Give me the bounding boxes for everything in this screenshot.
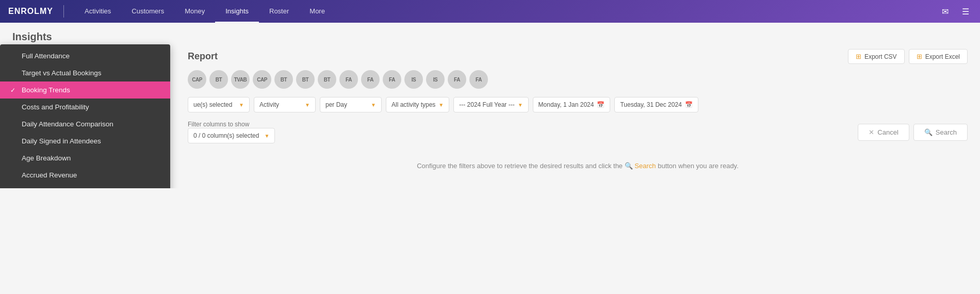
date-to-calendar-icon: 📅: [685, 101, 693, 108]
nav-item-insights[interactable]: Insights: [215, 0, 259, 23]
nav-item-roster[interactable]: Roster: [259, 0, 299, 23]
top-navigation: ENROLMY Activities Customers Money Insig…: [0, 0, 980, 23]
avatar-cap-2[interactable]: CAP: [253, 70, 271, 89]
report-area: Report ⊞ Export CSV ⊞ Export Excel CAP B…: [188, 49, 968, 180]
dropdown-item-daily-attendance[interactable]: Daily Attendance Comparison: [0, 116, 170, 133]
date-to-input[interactable]: Tuesday, 31 Dec 2024 📅: [614, 97, 698, 112]
columns-chevron-icon: ▼: [264, 133, 269, 139]
dropdown-item-daily-signed[interactable]: Daily Signed in Attendees: [0, 133, 170, 150]
activity-select[interactable]: Activity ▼: [254, 97, 316, 112]
filter-cols-left: Filter columns to show 0 / 0 column(s) s…: [188, 121, 275, 143]
nav-item-activities[interactable]: Activities: [74, 0, 121, 23]
checkmark-booking-trends: ✓: [10, 87, 18, 94]
bottom-message: Configure the filters above to retrieve …: [188, 152, 968, 180]
nav-right: ✉ ☰: [939, 5, 972, 18]
filter-row: ue(s) selected ▼ Activity ▼ per Day ▼ Al…: [188, 97, 968, 112]
avatar-is-1[interactable]: IS: [404, 70, 423, 89]
nav-item-money[interactable]: Money: [174, 0, 215, 23]
filter-columns-row: Filter columns to show 0 / 0 column(s) s…: [188, 121, 968, 143]
avatar-bt-1[interactable]: BT: [209, 70, 228, 89]
venue-chevron-icon: ▼: [239, 102, 244, 108]
page-content: Insights Full Attendance Target vs Actua…: [0, 23, 980, 188]
year-select[interactable]: --- 2024 Full Year --- ▼: [453, 97, 528, 112]
search-link-icon: 🔍: [625, 162, 635, 170]
avatar-fa-3[interactable]: FA: [383, 70, 401, 89]
cancel-button[interactable]: ✕ Cancel: [858, 124, 909, 141]
dropdown-item-age-breakdown[interactable]: Age Breakdown: [0, 150, 170, 167]
avatar-fa-1[interactable]: FA: [339, 70, 358, 89]
search-magnify-icon: 🔍: [924, 128, 933, 136]
avatar-fa-2[interactable]: FA: [361, 70, 380, 89]
csv-icon: ⊞: [856, 53, 861, 60]
avatar-is-2[interactable]: IS: [426, 70, 445, 89]
dropdown-item-invoicing[interactable]: Invoicing Summary: [0, 184, 170, 188]
menu-icon[interactable]: ☰: [959, 5, 972, 18]
action-buttons: ✕ Cancel 🔍 Search: [858, 124, 968, 141]
search-button[interactable]: 🔍 Search: [913, 124, 968, 141]
avatar-cap-1[interactable]: CAP: [188, 70, 206, 89]
inbox-icon[interactable]: ✉: [939, 5, 951, 18]
per-day-chevron-icon: ▼: [371, 102, 376, 108]
nav-divider: [63, 5, 64, 18]
avatar-bt-4[interactable]: BT: [318, 70, 336, 89]
year-chevron-icon: ▼: [518, 102, 523, 108]
report-header: Report ⊞ Export CSV ⊞ Export Excel: [188, 49, 968, 64]
avatar-row: CAP BT TVAB CAP BT BT BT FA FA FA IS IS …: [188, 70, 968, 89]
dropdown-item-booking-trends[interactable]: ✓ Booking Trends: [0, 81, 170, 99]
activity-chevron-icon: ▼: [305, 102, 310, 108]
excel-icon: ⊞: [917, 53, 922, 60]
report-title: Report: [188, 51, 218, 62]
activity-types-select[interactable]: All activity types ▼: [386, 97, 449, 112]
avatar-tvab[interactable]: TVAB: [231, 70, 250, 89]
avatar-fa-4[interactable]: FA: [448, 70, 466, 89]
date-from-calendar-icon: 📅: [597, 101, 605, 108]
avatar-bt-3[interactable]: BT: [296, 70, 315, 89]
nav-items: Activities Customers Money Insights Rost…: [74, 0, 939, 23]
header-buttons: ⊞ Export CSV ⊞ Export Excel: [848, 49, 968, 64]
nav-item-customers[interactable]: Customers: [121, 0, 174, 23]
activity-types-chevron-icon: ▼: [438, 102, 444, 108]
avatar-fa-5[interactable]: FA: [469, 70, 488, 89]
report-type-dropdown: Full Attendance Target vs Actual Booking…: [0, 44, 170, 188]
venue-select[interactable]: ue(s) selected ▼: [188, 97, 250, 112]
nav-item-more[interactable]: More: [299, 0, 335, 23]
bottom-message-suffix: button when you are ready.: [658, 162, 739, 170]
dropdown-item-costs-profitability[interactable]: Costs and Profitability: [0, 99, 170, 116]
page-title: Insights: [12, 31, 968, 43]
cancel-x-icon: ✕: [869, 128, 874, 136]
dropdown-item-accrued-revenue[interactable]: Accrued Revenue: [0, 167, 170, 184]
date-from-input[interactable]: Monday, 1 Jan 2024 📅: [533, 97, 611, 112]
avatar-bt-2[interactable]: BT: [274, 70, 293, 89]
filter-cols-label: Filter columns to show: [188, 121, 275, 128]
logo: ENROLMY: [8, 7, 53, 16]
per-day-select[interactable]: per Day ▼: [320, 97, 382, 112]
export-excel-button[interactable]: ⊞ Export Excel: [909, 49, 968, 64]
dropdown-item-full-attendance[interactable]: Full Attendance: [0, 47, 170, 64]
export-csv-button[interactable]: ⊞ Export CSV: [848, 49, 905, 64]
dropdown-item-target-vs-actual[interactable]: Target vs Actual Bookings: [0, 64, 170, 81]
columns-select[interactable]: 0 / 0 column(s) selected ▼: [188, 128, 275, 143]
